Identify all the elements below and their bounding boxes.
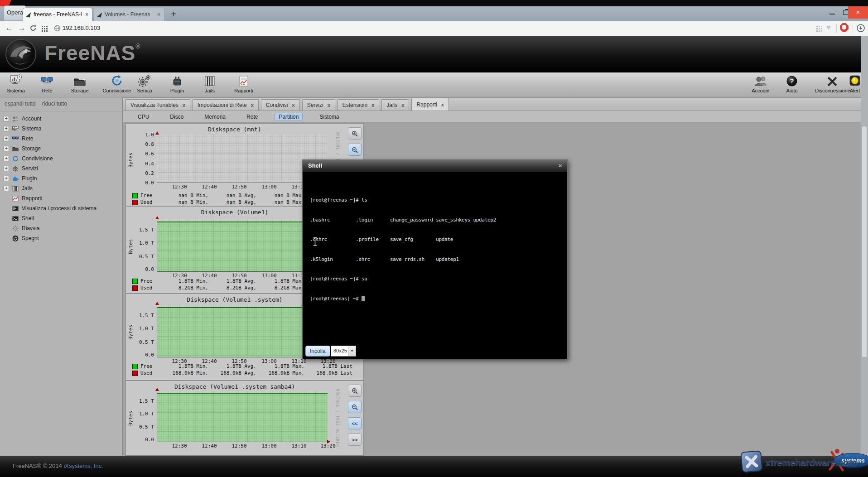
- window-minimize-button[interactable]: [825, 7, 839, 18]
- tab-jails[interactable]: Jailsx: [381, 99, 409, 111]
- collapse-all-link[interactable]: riduci tutto: [42, 101, 67, 107]
- shell-terminal[interactable]: [root@freenas ~]# ls .bashrc .login chan…: [303, 172, 567, 359]
- sidebar-item-rete[interactable]: + Rete: [0, 134, 123, 144]
- subtab-sistema[interactable]: Sistema: [315, 113, 343, 121]
- sidebar-item-servizi[interactable]: + Servizi: [0, 164, 123, 173]
- tab-close-icon[interactable]: x: [328, 102, 330, 108]
- tab-close-icon[interactable]: ×: [157, 11, 160, 18]
- chart-panel-volume1-samba4: Diskspace (Volume1-.system-samba4) Bytes…: [125, 381, 364, 456]
- expander-icon[interactable]: +: [4, 136, 9, 141]
- scroll-forward-button[interactable]: >>: [348, 434, 362, 446]
- tab-close-icon[interactable]: x: [441, 102, 444, 107]
- sidebar-item-shell[interactable]: Shell: [0, 213, 123, 223]
- toolbar-item-aiuto[interactable]: ? Aiuto: [773, 73, 811, 97]
- xtick: 13:00: [258, 184, 280, 190]
- tab-close-icon[interactable]: ×: [85, 11, 88, 18]
- expander-icon[interactable]: +: [4, 186, 9, 191]
- expand-all-link[interactable]: espandi tutto: [5, 101, 36, 107]
- tab-visualizza-tunables[interactable]: Visualizza Tunablesx: [125, 99, 190, 111]
- subtab-rete[interactable]: Rete: [242, 113, 262, 121]
- new-tab-button[interactable]: +: [168, 8, 179, 20]
- xtick: 12:50: [228, 443, 250, 449]
- sidebar-item-sistema[interactable]: + Sistema: [0, 124, 123, 134]
- toolbar-item-storage[interactable]: Storage: [61, 73, 99, 97]
- zoom-in-button[interactable]: [348, 385, 362, 397]
- sidebar-item-account[interactable]: + Account: [0, 114, 123, 124]
- dialog-close-icon[interactable]: ×: [557, 162, 564, 169]
- zoom-in-button[interactable]: [348, 127, 362, 140]
- report-subtabs: CPU Disco Memoria Rete Partition Sistema: [123, 111, 861, 123]
- window-close-button[interactable]: ×: [848, 6, 868, 19]
- toolbar-item-rapporti[interactable]: Rapporti: [225, 73, 263, 97]
- sidebar-item-rapporti[interactable]: Rapporti: [0, 193, 123, 203]
- tab-condivisi[interactable]: Condivisix: [261, 99, 300, 111]
- subtab-partition[interactable]: Partition: [275, 113, 303, 121]
- subtab-disco[interactable]: Disco: [166, 113, 188, 121]
- expander-icon[interactable]: +: [4, 166, 9, 171]
- tab-close-icon[interactable]: x: [251, 102, 254, 108]
- registered-mark: ®: [135, 43, 140, 50]
- tab-close-icon[interactable]: x: [371, 102, 374, 108]
- legend-row-free: Free 1.8TB Min, 1.8TB Avg, 1.8TB Max, 1.…: [132, 363, 352, 369]
- address-bar: [0, 21, 868, 36]
- download-icon[interactable]: [856, 24, 865, 33]
- paste-button[interactable]: Incolla: [305, 346, 330, 357]
- sidebar-item-plugin[interactable]: + Plugin: [0, 173, 123, 183]
- ixsystems-link[interactable]: iXsystems, Inc.: [63, 463, 103, 469]
- page-scrollbar-thumb[interactable]: [862, 126, 867, 358]
- expander-icon[interactable]: +: [4, 156, 9, 161]
- reload-icon[interactable]: [29, 24, 37, 32]
- free-area: [157, 393, 328, 442]
- scroll-back-button[interactable]: <<: [348, 417, 362, 429]
- toolbar-item-jails[interactable]: Jails: [191, 73, 229, 97]
- chevron-down-icon[interactable]: [348, 346, 356, 356]
- expander-icon[interactable]: +: [4, 146, 9, 151]
- extensions-grid-icon[interactable]: [816, 26, 818, 27]
- sidebar-item-condivisione[interactable]: + Condivisione: [0, 154, 123, 164]
- page-footer: FreeNAS® © 2014 iXsystems, Inc.: [0, 456, 868, 477]
- back-icon[interactable]: ←: [4, 23, 14, 34]
- ytick: 1.5 T: [129, 227, 154, 233]
- freenas-favicon: [26, 11, 31, 18]
- site-badge-icon[interactable]: [54, 25, 61, 32]
- storage-icon: [61, 73, 99, 87]
- network-icon: [12, 135, 19, 142]
- legend-free-swatch: [132, 364, 138, 369]
- bookmark-heart-icon[interactable]: ♥: [826, 23, 831, 32]
- sidebar-item-processi[interactable]: Visualizza i processi di sistema: [0, 203, 123, 213]
- browser-tab-freenas[interactable]: freenas - FreeNAS-9.2.1.5- ×: [23, 8, 92, 21]
- subtab-memoria[interactable]: Memoria: [200, 113, 230, 121]
- sidebar-item-storage[interactable]: + Storage: [0, 144, 123, 154]
- sidebar-item-jails[interactable]: + Jails: [0, 183, 123, 193]
- expander-icon[interactable]: +: [4, 176, 9, 181]
- forward-icon[interactable]: →: [16, 23, 27, 34]
- url-field[interactable]: 192.168.0.103: [63, 24, 100, 31]
- sidebar-item-spegni[interactable]: Spegni: [0, 233, 123, 243]
- legend-row-free: Free nan B Min, nan B Avg, nan B Max,: [132, 193, 304, 198]
- ytick: 0.0: [129, 180, 154, 186]
- ytick: 0.5 T: [129, 339, 154, 345]
- subtab-cpu[interactable]: CPU: [134, 113, 153, 121]
- tab-close-icon[interactable]: x: [292, 102, 295, 108]
- tab-impostazioni-di-rete[interactable]: Impostazioni di Retex: [193, 99, 259, 111]
- zoom-out-button[interactable]: [348, 401, 362, 413]
- expander-icon[interactable]: +: [4, 116, 9, 121]
- divider: [51, 24, 51, 33]
- shell-dialog-titlebar[interactable]: Shell: [303, 160, 567, 172]
- tab-close-icon[interactable]: x: [401, 102, 404, 108]
- sidebar-item-riavvia[interactable]: Riavvia: [0, 223, 123, 233]
- system-icon: [12, 125, 19, 132]
- ytick: 0.2: [129, 170, 154, 176]
- browser-tab-volumes[interactable]: Volumes - Freenas ×: [94, 8, 164, 21]
- terminal-size-select[interactable]: 80x25: [331, 346, 356, 357]
- zoom-out-button[interactable]: [348, 144, 362, 156]
- tab-close-icon[interactable]: x: [183, 102, 185, 108]
- xtremehardware-text: xtremehardware.com: [766, 458, 857, 468]
- speed-dial-icon[interactable]: [42, 26, 43, 27]
- tab-rapporti[interactable]: Rapportix: [411, 98, 448, 111]
- tab-estensioni[interactable]: Estensionix: [338, 99, 380, 111]
- tab-servizi[interactable]: Servizix: [302, 99, 335, 111]
- divider: [853, 24, 853, 33]
- expander-icon[interactable]: +: [4, 126, 9, 131]
- jails-icon: [12, 185, 19, 192]
